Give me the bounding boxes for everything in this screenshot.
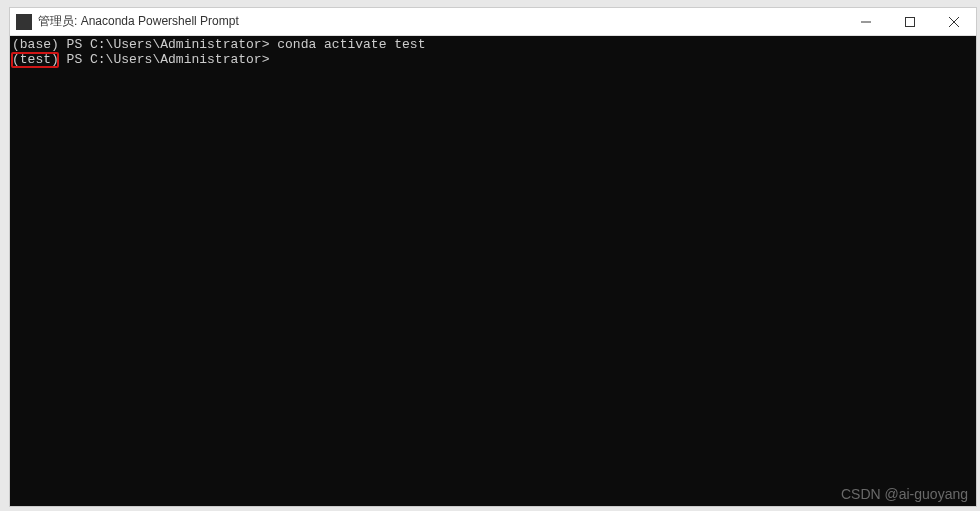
- terminal-area[interactable]: (base) PS C:\Users\Administrator> conda …: [10, 36, 976, 506]
- prompt-prefix: (test) PS C:\Users\Administrator>: [12, 52, 277, 67]
- titlebar[interactable]: 管理员: Anaconda Powershell Prompt: [10, 8, 976, 36]
- prompt-prefix: (base) PS C:\Users\Administrator>: [12, 37, 277, 52]
- terminal-window: 管理员: Anaconda Powershell Prompt (base) P…: [9, 7, 977, 507]
- window-title: 管理员: Anaconda Powershell Prompt: [38, 13, 844, 30]
- app-icon: [16, 14, 32, 30]
- minimize-button[interactable]: [844, 8, 888, 35]
- close-button[interactable]: [932, 8, 976, 35]
- svg-rect-1: [906, 17, 915, 26]
- terminal-line: (base) PS C:\Users\Administrator> conda …: [12, 37, 974, 52]
- terminal-line: (test) PS C:\Users\Administrator>: [12, 52, 974, 67]
- window-controls: [844, 8, 976, 35]
- maximize-button[interactable]: [888, 8, 932, 35]
- watermark-text: CSDN @ai-guoyang: [841, 487, 968, 502]
- command-text: conda activate test: [277, 37, 425, 52]
